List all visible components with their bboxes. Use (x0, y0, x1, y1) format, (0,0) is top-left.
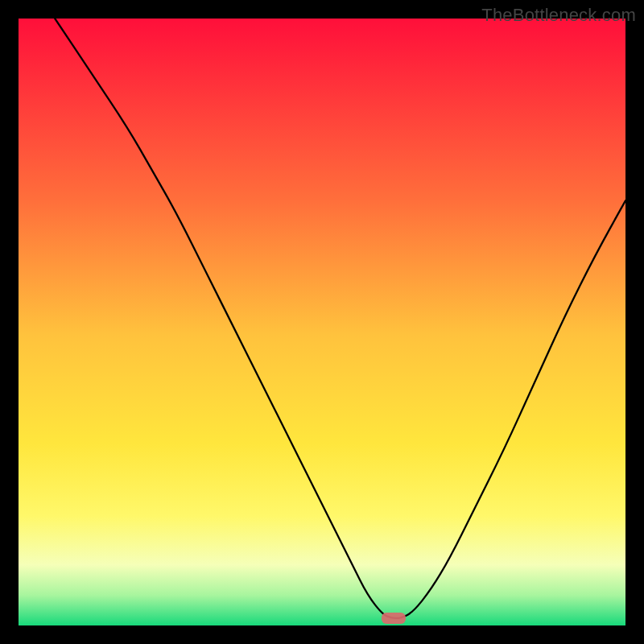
chart-container: TheBottleneck.com (0, 0, 644, 644)
watermark-text: TheBottleneck.com (481, 5, 636, 26)
plot-frame (19, 19, 625, 625)
gradient-background (19, 19, 625, 625)
bottleneck-chart (19, 19, 625, 625)
optimal-point-marker (382, 613, 406, 624)
